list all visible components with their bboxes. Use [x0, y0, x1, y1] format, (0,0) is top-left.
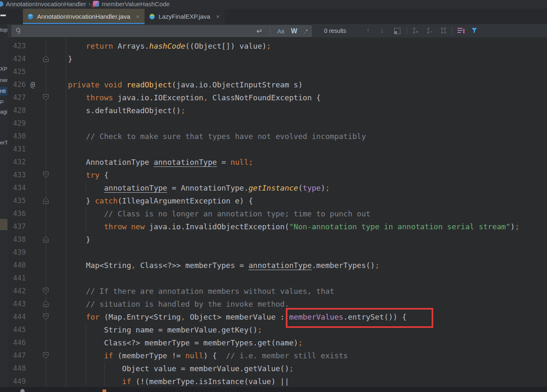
- regex-icon[interactable]: .*: [304, 28, 308, 35]
- line-number: 427: [7, 91, 26, 104]
- code-text: }: [68, 233, 90, 246]
- line-number: 442: [7, 285, 26, 298]
- line-number: 426: [7, 78, 26, 91]
- tab-label: AnnotationInvocationHandler.java: [37, 13, 130, 20]
- code-line-431[interactable]: 431: [7, 143, 547, 156]
- fold-end-icon[interactable]: [43, 236, 49, 244]
- partial-glyph-mark: [102, 390, 106, 392]
- code-text: if (memberType != null) { // i.e. member…: [68, 349, 348, 362]
- code-line-445[interactable]: 445 String name = memberValue.getKey();: [7, 323, 547, 336]
- code-text: return Arrays.hashCode((Object[]) value)…: [68, 40, 271, 52]
- search-input[interactable]: [25, 26, 256, 36]
- breadcrumb-class[interactable]: AnnotationInvocationHandler: [6, 0, 86, 7]
- fold-end-icon[interactable]: [43, 300, 49, 309]
- code-line-432[interactable]: 432 AnnotationType annotationType = null…: [7, 156, 547, 169]
- code-line-433[interactable]: 433 try {: [7, 169, 547, 181]
- panel-text-fragment[interactable]: XP: [0, 65, 7, 73]
- code-line-438[interactable]: 438 }: [7, 233, 547, 246]
- line-number: 439: [7, 246, 26, 259]
- annotation-gutter-icon[interactable]: @: [30, 78, 35, 91]
- line-number: 437: [7, 220, 26, 233]
- code-line-443[interactable]: 443 // situation is handled by the invok…: [7, 298, 547, 310]
- code-line-430[interactable]: 430 // Check to make sure that types hav…: [7, 130, 547, 143]
- panel-text-fragment[interactable]: nti: [0, 87, 7, 95]
- line-number: 448: [7, 362, 26, 375]
- code-text: throw new java.io.InvalidObjectException…: [68, 220, 520, 233]
- code-line-437[interactable]: 437 throw new java.io.InvalidObjectExcep…: [7, 220, 547, 233]
- select-all-occurrences-icon[interactable]: [440, 27, 447, 34]
- line-number: 449: [7, 375, 26, 387]
- code-text: String name = memberValue.getKey();: [68, 323, 262, 336]
- code-line-440[interactable]: 440 Map<String, Class<?>> memberTypes = …: [7, 259, 547, 272]
- code-line-441[interactable]: 441: [7, 272, 547, 285]
- match-case-icon[interactable]: Aa: [277, 28, 284, 35]
- code-line-448[interactable]: 448 Object value = memberValue.getValue(…: [7, 362, 547, 375]
- code-text: // Class is no longer an annotation type…: [68, 207, 370, 220]
- add-selection-icon[interactable]: [412, 27, 419, 34]
- code-line-429[interactable]: 429: [7, 117, 547, 130]
- panel-text-fragment[interactable]: agi: [0, 108, 7, 116]
- code-text: // If there are annotation members witho…: [68, 285, 334, 298]
- code-text: private void readObject(java.io.ObjectIn…: [68, 78, 303, 91]
- line-number: 435: [7, 194, 26, 207]
- panel-text-fragment[interactable]: erT: [0, 139, 7, 147]
- code-line-424[interactable]: 424}: [7, 52, 547, 65]
- tab-annotation-invocation-handler[interactable]: AnnotationInvocationHandler.java ×: [23, 9, 145, 24]
- next-occurrence-icon[interactable]: ↓: [380, 24, 384, 37]
- line-number: 425: [7, 65, 26, 78]
- previous-occurrence-icon[interactable]: ↑: [366, 24, 370, 37]
- code-line-436[interactable]: 436 // Class is no longer an annotation …: [7, 207, 547, 220]
- search-field[interactable]: ↵ Aa W .*: [12, 25, 312, 37]
- remove-selection-icon[interactable]: [426, 27, 433, 34]
- fold-start-icon[interactable]: [43, 94, 49, 102]
- newline-icon[interactable]: ↵: [256, 27, 262, 36]
- line-number: 445: [7, 323, 26, 336]
- divider: [452, 27, 452, 35]
- code-line-434[interactable]: 434 annotationType = AnnotationType.getI…: [7, 181, 547, 194]
- search-icon[interactable]: [15, 27, 22, 35]
- fold-start-icon[interactable]: [43, 352, 49, 360]
- open-in-find-window-icon[interactable]: [394, 28, 400, 34]
- line-number: 446: [7, 336, 26, 349]
- divider: [407, 27, 407, 35]
- code-line-439[interactable]: 439: [7, 246, 547, 259]
- code-line-449[interactable]: 449 if (!(memberType.isInstance(value) |…: [7, 375, 547, 387]
- code-line-425[interactable]: 425: [7, 65, 547, 78]
- code-line-428[interactable]: 428 s.defaultReadObject();: [7, 104, 547, 117]
- bottom-partial-row: [0, 387, 547, 392]
- panel-text-fragment[interactable]: P: [0, 98, 7, 107]
- search-in-selection-icon[interactable]: I: [457, 27, 465, 34]
- code-line-423[interactable]: 423 return Arrays.hashCode((Object[]) va…: [7, 40, 547, 52]
- close-icon[interactable]: ×: [216, 13, 220, 20]
- close-icon[interactable]: ×: [136, 13, 140, 20]
- filter-icon[interactable]: [471, 27, 478, 34]
- line-number: 444: [7, 310, 26, 323]
- code-lines: 423 return Arrays.hashCode((Object[]) va…: [7, 40, 547, 387]
- code-line-446[interactable]: 446 Class<?> memberType = memberTypes.ge…: [7, 336, 547, 349]
- code-line-427[interactable]: 427 throws java.io.IOException, ClassNot…: [7, 91, 547, 104]
- method-icon: [93, 1, 99, 7]
- code-line-426[interactable]: 426@private void readObject(java.io.Obje…: [7, 78, 547, 91]
- fold-start-icon[interactable]: [43, 313, 49, 322]
- code-line-442[interactable]: 442 // If there are annotation members w…: [7, 285, 547, 298]
- breadcrumb-member[interactable]: memberValueHashCode: [102, 0, 170, 7]
- fold-end-icon[interactable]: [43, 55, 49, 64]
- code-editor[interactable]: 423 return Arrays.hashCode((Object[]) va…: [7, 37, 547, 387]
- code-line-435[interactable]: 435 } catch(IllegalArgumentException e) …: [7, 194, 547, 207]
- line-number: 434: [7, 181, 26, 194]
- tab-lazyfinalexp[interactable]: LazyFinalEXP.java ×: [145, 9, 225, 24]
- fold-start-icon[interactable]: [43, 171, 49, 180]
- indent-guide: [86, 323, 86, 386]
- whole-words-icon[interactable]: W: [291, 27, 297, 35]
- code-text: Map<String, Class<?>> memberTypes = anno…: [68, 259, 380, 272]
- line-number: 441: [7, 272, 26, 285]
- fold-start-icon[interactable]: [43, 288, 49, 296]
- code-line-444[interactable]: 444 for (Map.Entry<String, Object> membe…: [7, 310, 547, 323]
- panel-text-fragment[interactable]: top: [0, 26, 7, 34]
- panel-text-fragment[interactable]: ner: [0, 76, 7, 84]
- tab-bar-left-area: [0, 9, 23, 24]
- code-line-447[interactable]: 447 if (memberType != null) { // i.e. me…: [7, 349, 547, 362]
- fold-end-icon[interactable]: [43, 197, 49, 206]
- indent-guide: [104, 362, 105, 386]
- line-number: 443: [7, 298, 26, 310]
